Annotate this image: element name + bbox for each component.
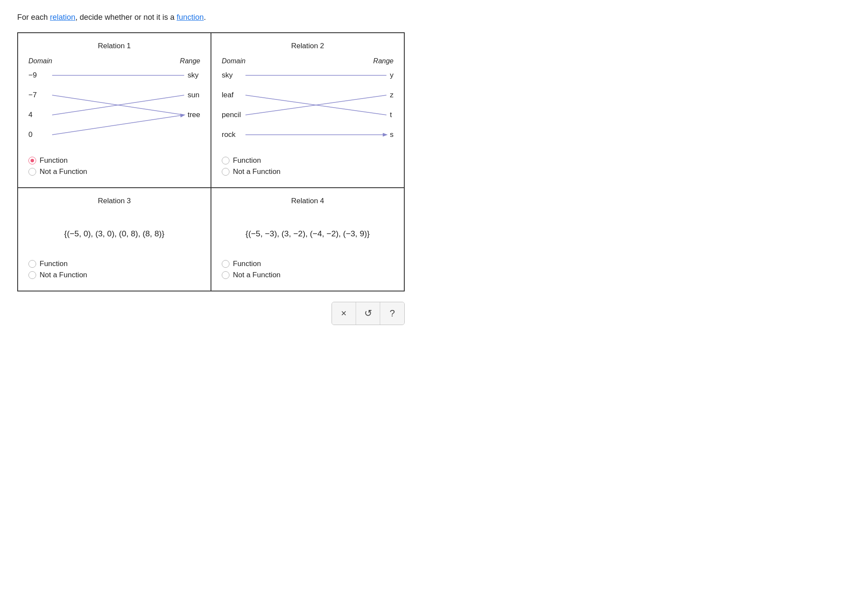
radio-unselected-indicator <box>28 271 36 279</box>
domain-item: pencil <box>222 109 245 121</box>
domain-item: rock <box>222 129 245 141</box>
relation-1-range-items: sky sun tree <box>188 69 200 121</box>
relation-2-mapping: Domain sky leaf pencil rock Range y z t … <box>222 57 394 152</box>
function-label: Function <box>40 260 68 268</box>
not-function-label: Not a Function <box>40 271 87 279</box>
radio-unselected-indicator <box>222 168 229 176</box>
relation-3-title: Relation 3 <box>28 197 200 205</box>
close-button[interactable]: × <box>332 302 356 325</box>
range-item: sky <box>188 69 200 81</box>
relation-2-range: Range y z t s <box>373 57 394 141</box>
relation-2-cell: Relation 2 Domain sky leaf pencil rock R… <box>211 33 404 188</box>
relation-1-title: Relation 1 <box>28 42 200 50</box>
relation-3-cell: Relation 3 {(−5, 0), (3, 0), (0, 8), (8,… <box>18 188 211 291</box>
relation-4-function-option[interactable]: Function <box>222 260 394 268</box>
bottom-action-bar: × ↺ ? <box>17 302 405 325</box>
help-button[interactable]: ? <box>380 302 404 325</box>
relation-1-range: Range sky sun tree <box>180 57 200 121</box>
range-item: tree <box>188 109 200 121</box>
relation-1-cell: Relation 1 Domain −9 −7 4 0 Range sky <box>18 33 211 188</box>
relation-3-set: {(−5, 0), (3, 0), (0, 8), (8, 8)} <box>28 212 200 255</box>
relation-1-diagram: Domain −9 −7 4 0 Range sky sun tree <box>28 57 200 143</box>
relation-2-range-label: Range <box>373 57 394 65</box>
function-label: Function <box>40 156 68 165</box>
action-buttons: × ↺ ? <box>332 302 405 325</box>
relation-1-options: Function Not a Function <box>28 156 200 176</box>
relation-2-domain-label: Domain <box>222 57 245 65</box>
relation-2-range-items: y z t s <box>390 69 394 141</box>
intro-text: For each relation, decide whether or not… <box>17 13 851 22</box>
relation-3-options: Function Not a Function <box>28 260 200 279</box>
domain-item: sky <box>222 69 245 81</box>
function-label: Function <box>233 156 261 165</box>
not-function-label: Not a Function <box>233 271 281 279</box>
radio-unselected-indicator <box>28 168 36 176</box>
relation-2-function-option[interactable]: Function <box>222 156 394 165</box>
relation-3-notfunction-option[interactable]: Not a Function <box>28 271 200 279</box>
relation-2-diagram: Domain sky leaf pencil rock Range y z t … <box>222 57 394 143</box>
radio-unselected-indicator <box>222 157 229 164</box>
relation-1-domain-label: Domain <box>28 57 52 65</box>
relation-3-function-option[interactable]: Function <box>28 260 200 268</box>
function-label: Function <box>233 260 261 268</box>
domain-item: leaf <box>222 89 245 101</box>
not-function-label: Not a Function <box>233 167 281 176</box>
relation-2-domain: Domain sky leaf pencil rock <box>222 57 245 141</box>
relation-4-options: Function Not a Function <box>222 260 394 279</box>
relation-link[interactable]: relation <box>50 13 75 22</box>
relation-2-domain-items: sky leaf pencil rock <box>222 69 245 141</box>
relation-1-domain-items: −9 −7 4 0 <box>28 69 52 141</box>
undo-button[interactable]: ↺ <box>356 302 380 325</box>
relation-1-function-option[interactable]: Function <box>28 156 200 165</box>
domain-item: 4 <box>28 109 52 121</box>
relation-4-cell: Relation 4 {(−5, −3), (3, −2), (−4, −2),… <box>211 188 404 291</box>
relation-4-notfunction-option[interactable]: Not a Function <box>222 271 394 279</box>
range-item: t <box>390 109 394 121</box>
relation-4-set: {(−5, −3), (3, −2), (−4, −2), (−3, 9)} <box>222 212 394 255</box>
domain-item: −9 <box>28 69 52 81</box>
radio-unselected-indicator <box>222 260 229 268</box>
function-link[interactable]: function <box>177 13 204 22</box>
relations-grid: Relation 1 Domain −9 −7 4 0 Range sky <box>17 32 405 291</box>
range-item: sun <box>188 89 200 101</box>
relation-2-options: Function Not a Function <box>222 156 394 176</box>
range-item: s <box>390 129 394 141</box>
domain-item: −7 <box>28 89 52 101</box>
range-item: z <box>390 89 394 101</box>
radio-unselected-indicator <box>222 271 229 279</box>
relation-1-mapping: Domain −9 −7 4 0 Range sky sun tree <box>28 57 200 152</box>
relation-4-title: Relation 4 <box>222 197 394 205</box>
radio-selected-indicator <box>28 157 36 164</box>
range-item: y <box>390 69 394 81</box>
relation-1-notfunction-option[interactable]: Not a Function <box>28 167 200 176</box>
relation-2-notfunction-option[interactable]: Not a Function <box>222 167 394 176</box>
domain-item: 0 <box>28 129 52 141</box>
relation-1-domain: Domain −9 −7 4 0 <box>28 57 52 141</box>
relation-2-title: Relation 2 <box>222 42 394 50</box>
relation-1-range-label: Range <box>180 57 200 65</box>
not-function-label: Not a Function <box>40 167 87 176</box>
radio-unselected-indicator <box>28 260 36 268</box>
